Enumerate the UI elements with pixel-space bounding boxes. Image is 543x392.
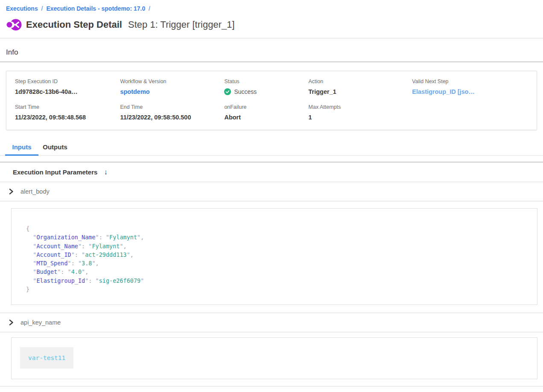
alert-body-json-code: { "Organization_Name": "Fylamynt", "Acco… [26, 224, 528, 293]
tabs-gap [0, 156, 543, 162]
execution-step-detail-page: Executions / Execution Details - spotdem… [0, 0, 543, 392]
section-name: alert_body [20, 188, 50, 195]
field-workflow-version: Workflow & Version spotdemo [120, 78, 224, 95]
field-valid-next-step: Valid Next Step Elastigroup_ID [jso… [412, 78, 528, 95]
field-onfailure: onFailure Abort [224, 104, 308, 121]
section-name: api_key_name [20, 319, 61, 326]
breadcrumb-separator: / [147, 5, 152, 12]
info-heading: Info [0, 48, 543, 57]
breadcrumb-separator: / [40, 5, 45, 12]
field-action: Action Trigger_1 [309, 78, 412, 95]
field-step-execution-id: Step Execution ID 1d97828c-13b6-40a… [15, 78, 120, 95]
field-label: Workflow & Version [120, 78, 224, 84]
status-badge: Success [224, 88, 308, 95]
field-max-attempts: Max Attempts 1 [309, 104, 412, 121]
field-label: onFailure [224, 104, 308, 110]
field-label: Status [224, 78, 308, 84]
api-key-name-value: var-test11 [20, 347, 73, 369]
field-status: Status Success [224, 78, 308, 95]
field-label: Start Time [15, 104, 120, 110]
section-divider [0, 332, 543, 332]
section-divider [0, 201, 543, 201]
field-end-time: End Time 11/23/2022, 09:58:50.500 [120, 104, 224, 121]
field-value: 1d97828c-13b6-40a… [15, 88, 120, 95]
check-circle-icon [224, 88, 231, 95]
section-row-alert-body[interactable]: alert_body [0, 182, 543, 201]
field-label: End Time [120, 104, 224, 110]
field-start-time: Start Time 11/23/2022, 09:58:48.568 [15, 104, 120, 121]
workflow-link[interactable]: spotdemo [120, 88, 224, 95]
field-label: Max Attempts [309, 104, 412, 110]
chevron-right-icon [9, 319, 14, 325]
field-label: Valid Next Step [412, 78, 528, 84]
execution-input-parameters-row: Execution Input Parameters ↓ [0, 163, 543, 182]
tab-outputs[interactable]: Outputs [38, 141, 72, 156]
page-title: Execution Step Detail Step 1: Trigger [t… [26, 19, 235, 30]
breadcrumb: Executions / Execution Details - spotdem… [0, 0, 543, 12]
info-divider [0, 61, 543, 62]
field-value: 1 [309, 114, 412, 121]
page-title-main: Execution Step Detail [26, 19, 122, 30]
section-row-api-key-name[interactable]: api_key_name [0, 313, 543, 332]
breadcrumb-executions[interactable]: Executions [6, 5, 38, 12]
field-label: Action [309, 78, 412, 84]
section-row-api-key-value[interactable]: api_key_value [0, 386, 543, 392]
down-arrow-icon[interactable]: ↓ [104, 168, 108, 177]
field-value: 11/23/2022, 09:58:48.568 [15, 114, 120, 121]
next-step-link[interactable]: Elastigroup_ID [jso… [412, 88, 528, 95]
alert-body-code-box: { "Organization_Name": "Fylamynt", "Acco… [11, 208, 537, 305]
page-header: Execution Step Detail Step 1: Trigger [t… [0, 17, 543, 38]
status-text: Success [234, 88, 257, 95]
field-empty [412, 104, 528, 121]
info-card: Step Execution ID 1d97828c-13b6-40a… Wor… [6, 71, 537, 130]
field-value: Abort [224, 114, 308, 121]
field-value: 11/23/2022, 09:58:50.500 [120, 114, 224, 121]
api-key-name-value-box: var-test11 [11, 337, 537, 379]
tab-inputs[interactable]: Inputs [5, 141, 38, 156]
breadcrumb-execution-details[interactable]: Execution Details - spotdemo: 17.0 [46, 5, 145, 12]
field-label: Step Execution ID [15, 78, 120, 84]
fylamynt-logo-icon [6, 17, 22, 32]
inputs-outputs-tabs: Inputs Outputs [0, 141, 543, 156]
chevron-right-icon [9, 189, 14, 195]
header-divider [0, 38, 543, 38]
field-value: Trigger_1 [309, 88, 412, 95]
execution-input-parameters-title: Execution Input Parameters [13, 168, 97, 176]
page-title-step: Step 1: Trigger [trigger_1] [128, 19, 234, 30]
